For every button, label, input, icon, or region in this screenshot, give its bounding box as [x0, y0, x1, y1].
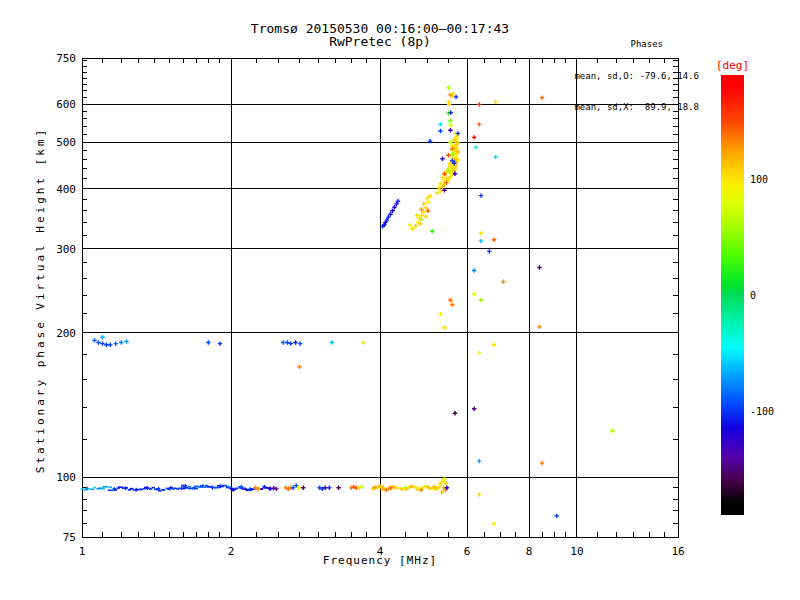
data-point: [100, 335, 104, 339]
data-point: [260, 488, 263, 490]
data-point: [361, 340, 365, 344]
data-point: [487, 249, 491, 253]
data-point: [140, 489, 143, 491]
data-point: [159, 490, 162, 492]
data-point: [371, 489, 374, 491]
data-point: [421, 202, 425, 206]
data-point: [474, 145, 478, 149]
data-point: [446, 111, 450, 115]
data-point: [98, 488, 101, 490]
data-point: [119, 340, 123, 344]
data-point: [124, 339, 128, 343]
data-point: [111, 490, 114, 492]
data-point: [450, 303, 454, 307]
data-point: [109, 486, 112, 488]
data-point: [297, 365, 301, 369]
data-point: [477, 459, 481, 463]
data-point: [125, 487, 128, 489]
y-tick-label: 200: [56, 327, 76, 340]
data-point: [492, 343, 496, 347]
data-point: [293, 340, 297, 344]
data-point: [453, 411, 457, 415]
data-point: [454, 95, 458, 99]
data-point: [472, 135, 476, 139]
data-point: [108, 343, 112, 347]
data-point: [108, 489, 111, 491]
data-point: [449, 123, 453, 127]
data-point: [472, 268, 476, 272]
data-point: [477, 102, 481, 106]
data-point: [218, 341, 222, 345]
phases-note-o-line: mean, sd,O: -79.6, 14.6: [557, 71, 699, 82]
data-point: [426, 200, 430, 204]
data-point: [413, 224, 417, 228]
ionogram-screenshot: 124681016750600500400300200100751000-100…: [0, 0, 800, 600]
data-point: [448, 118, 452, 122]
data-point: [449, 110, 453, 114]
y-axis-label: Stationary phase Virtual Height [km]: [34, 127, 47, 473]
data-point: [479, 193, 483, 197]
data-point: [162, 489, 165, 491]
colorbar-tick-label: 0: [750, 290, 756, 301]
data-point: [424, 214, 428, 218]
data-point: [540, 461, 544, 465]
data-point: [105, 486, 108, 488]
data-point: [438, 312, 442, 316]
data-point: [446, 153, 450, 157]
data-point: [537, 265, 541, 269]
data-point: [493, 155, 497, 159]
data-point: [537, 325, 541, 329]
data-point: [91, 489, 94, 491]
data-point: [442, 326, 446, 330]
data-point: [114, 341, 118, 345]
colorbar-label: [deg]: [716, 59, 749, 72]
data-point: [472, 292, 476, 296]
data-point: [408, 223, 412, 227]
colorbar-tick-label: -100: [750, 406, 774, 417]
data-point: [438, 122, 442, 126]
data-point: [252, 489, 255, 491]
y-tick-label: 300: [56, 243, 76, 256]
data-point: [438, 486, 441, 488]
colorbar: [721, 75, 744, 515]
y-tick-label: 75: [63, 531, 76, 544]
x-axis-label: Frequency [MHz]: [80, 554, 680, 567]
data-point: [92, 338, 96, 342]
data-point: [440, 490, 444, 494]
phases-note-title: Phases: [557, 39, 699, 50]
data-point: [149, 488, 152, 490]
data-point: [81, 488, 84, 490]
data-point: [236, 488, 239, 490]
data-point: [274, 487, 278, 491]
data-point: [410, 227, 414, 231]
data-point: [448, 298, 452, 302]
data-point: [330, 340, 334, 344]
data-point: [479, 231, 483, 235]
data-point: [301, 486, 305, 490]
data-point: [472, 407, 476, 411]
data-point: [410, 486, 413, 488]
data-point: [130, 488, 133, 490]
data-point: [448, 128, 452, 132]
data-point: [281, 340, 285, 344]
data-point: [610, 429, 614, 433]
data-point: [182, 488, 185, 490]
data-point: [501, 279, 505, 283]
data-point: [493, 100, 497, 104]
data-point: [555, 514, 559, 518]
data-point: [540, 95, 544, 99]
data-point: [336, 486, 340, 490]
data-point: [477, 122, 481, 126]
data-point: [415, 213, 419, 217]
data-point: [100, 341, 104, 345]
data-point: [440, 157, 444, 161]
data-point: [477, 492, 481, 496]
data-point: [170, 487, 173, 489]
data-point: [298, 341, 302, 345]
data-point: [211, 487, 214, 489]
data-point: [479, 239, 483, 243]
data-point: [437, 488, 440, 490]
y-tick-label: 500: [56, 136, 76, 149]
data-point: [492, 521, 496, 525]
data-point: [188, 486, 191, 488]
